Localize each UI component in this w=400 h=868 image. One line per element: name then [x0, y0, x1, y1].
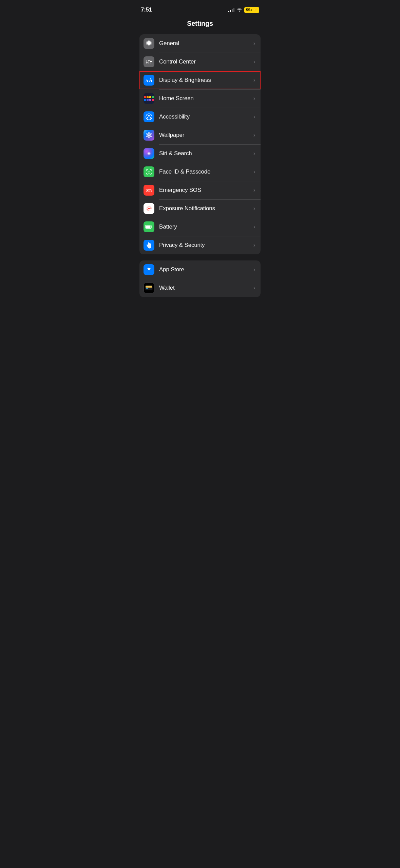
sidebar-item-siri-search[interactable]: Siri & Search ›: [139, 144, 261, 163]
settings-group-1: General › Control Center › A A: [139, 34, 261, 254]
svg-text:A: A: [146, 78, 148, 83]
chevron-icon: ›: [253, 40, 255, 47]
siri-icon: [144, 148, 154, 159]
status-time: 7:51: [141, 6, 152, 13]
battery-label: Battery: [159, 223, 252, 230]
svg-point-14: [148, 132, 150, 134]
svg-rect-0: [147, 60, 147, 62]
a-pencil-icon: [146, 266, 152, 273]
battery-indicator: 55+ ⚡: [244, 7, 259, 13]
svg-rect-5: [151, 62, 151, 64]
svg-point-13: [148, 134, 150, 136]
sidebar-item-face-id[interactable]: Face ID & Passcode ›: [139, 163, 261, 181]
gear-icon: [146, 40, 152, 47]
wallpaper-label: Wallpaper: [159, 132, 252, 139]
sidebar-item-display-brightness[interactable]: A A Display & Brightness ›: [139, 71, 261, 89]
person-circle-icon: [146, 113, 152, 120]
signal-icon: [228, 7, 234, 12]
svg-rect-7: [148, 60, 150, 61]
flower-icon: [145, 131, 153, 139]
sidebar-item-wallet[interactable]: Wallet ›: [139, 279, 261, 297]
exposure-notifications-icon: [144, 203, 154, 214]
home-screen-label: Home Screen: [159, 95, 252, 102]
wallet-cards-icon: [145, 285, 153, 291]
chevron-icon: ›: [253, 95, 255, 102]
chevron-icon: ›: [253, 77, 255, 83]
chevron-icon: ›: [253, 59, 255, 65]
emergency-sos-icon: SOS: [144, 185, 154, 196]
svg-point-22: [149, 153, 150, 154]
sidebar-item-wallpaper[interactable]: Wallpaper ›: [139, 126, 261, 144]
svg-point-17: [148, 136, 150, 139]
chevron-icon: ›: [253, 224, 255, 230]
page-title: Settings: [133, 17, 267, 34]
display-brightness-icon: A A: [144, 75, 154, 86]
emergency-sos-label: Emergency SOS: [159, 187, 252, 194]
svg-point-24: [150, 171, 150, 172]
sidebar-item-battery[interactable]: Battery ›: [139, 218, 261, 236]
sidebar-item-exposure-notifications[interactable]: Exposure Notifications ›: [139, 199, 261, 218]
accessibility-label: Accessibility: [159, 113, 252, 120]
chevron-icon: ›: [253, 132, 255, 138]
battery-full-icon: [145, 224, 153, 229]
general-label: General: [159, 40, 252, 47]
sidebar-item-general[interactable]: General ›: [139, 34, 261, 53]
chevron-icon: ›: [253, 169, 255, 175]
home-screen-icon: [144, 93, 154, 104]
sidebar-item-accessibility[interactable]: Accessibility ›: [139, 108, 261, 126]
hand-icon: [146, 241, 152, 249]
wallet-label: Wallet: [159, 285, 252, 291]
sidebar-item-emergency-sos[interactable]: SOS Emergency SOS ›: [139, 181, 261, 199]
face-id-icon: [144, 166, 154, 177]
siri-search-label: Siri & Search: [159, 150, 252, 157]
svg-point-25: [148, 208, 150, 210]
svg-rect-3: [149, 60, 149, 60]
svg-rect-32: [146, 286, 152, 287]
wallet-icon: [144, 283, 154, 293]
accessibility-icon: [144, 111, 154, 122]
chevron-icon: ›: [253, 242, 255, 248]
status-icons: 55+ ⚡: [228, 7, 259, 13]
settings-group-2: App Store › Wallet ›: [139, 260, 261, 297]
status-bar: 7:51 55+ ⚡: [133, 0, 267, 17]
svg-rect-4: [151, 60, 151, 61]
svg-rect-6: [146, 62, 148, 63]
chevron-icon: ›: [253, 285, 255, 291]
exposure-icon: [146, 205, 152, 212]
sidebar-item-home-screen[interactable]: Home Screen ›: [139, 89, 261, 108]
chevron-icon: ›: [253, 114, 255, 120]
display-brightness-label: Display & Brightness: [159, 77, 252, 84]
svg-rect-2: [149, 61, 149, 64]
exposure-notifications-label: Exposure Notifications: [159, 205, 252, 212]
svg-rect-33: [146, 288, 148, 289]
svg-rect-29: [146, 226, 151, 228]
privacy-security-icon: [144, 240, 154, 251]
app-store-label: App Store: [159, 266, 252, 273]
svg-point-12: [148, 115, 150, 116]
app-store-icon: [144, 264, 154, 275]
wallpaper-icon: [144, 130, 154, 141]
sidebar-item-app-store[interactable]: App Store ›: [139, 260, 261, 279]
svg-rect-1: [147, 63, 147, 64]
sidebar-item-control-center[interactable]: Control Center ›: [139, 53, 261, 71]
control-center-icon: [144, 56, 154, 67]
svg-rect-8: [150, 61, 152, 62]
battery-icon: [144, 221, 154, 232]
chevron-icon: ›: [253, 205, 255, 212]
chevron-icon: ›: [253, 150, 255, 157]
aa-icon: A A: [145, 77, 153, 83]
general-icon: [144, 38, 154, 49]
svg-text:A: A: [149, 78, 153, 83]
sliders-icon: [146, 58, 152, 65]
siri-wave-icon: [146, 150, 152, 157]
face-id-label: Face ID & Passcode: [159, 168, 252, 175]
chevron-icon: ›: [253, 187, 255, 193]
privacy-security-label: Privacy & Security: [159, 242, 252, 249]
face-scan-icon: [146, 168, 152, 175]
wifi-icon: [236, 8, 242, 12]
sidebar-item-privacy-security[interactable]: Privacy & Security ›: [139, 236, 261, 254]
chevron-icon: ›: [253, 267, 255, 273]
control-center-label: Control Center: [159, 58, 252, 65]
svg-point-23: [148, 171, 149, 172]
